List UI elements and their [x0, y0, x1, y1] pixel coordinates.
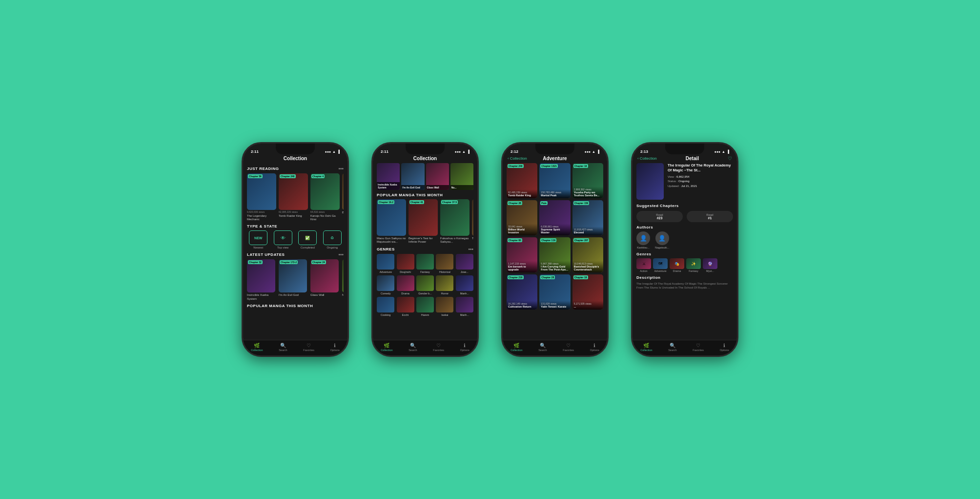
list-item[interactable]: Chapter 16 2,888,392 views Yuusha Party … [572, 163, 603, 198]
genre-chip-action[interactable]: ⚔ Action [636, 258, 651, 272]
nav-options-2[interactable]: ℹ Options [460, 343, 470, 352]
list-item[interactable]: Ecchi [396, 297, 414, 316]
list-item[interactable]: Chapter 19.2 Maou Gun Saikyou no Majutsu… [377, 199, 406, 244]
list-item[interactable]: Chapter 41 Beginner's Test for Infinite … [408, 199, 438, 244]
options-icon-2: ℹ [464, 343, 466, 348]
list-item[interactable]: Historical [436, 254, 453, 273]
back-button-3[interactable]: ‹ Collection [508, 156, 527, 161]
latest-updates-more[interactable]: ••• [338, 252, 344, 257]
latest-updates-scroll[interactable]: Chapter 32 Invincible Xueba System Chapt… [247, 259, 344, 300]
scroll-content-2[interactable]: Invincible Xueba System I'm An Evil God … [373, 163, 477, 340]
list-item[interactable]: Comedy [377, 275, 394, 295]
list-item[interactable]: Th... Ro... [472, 199, 473, 244]
nav-favorites-4[interactable]: ♡ Favorites [693, 343, 704, 352]
list-item[interactable]: Chapter 32 Invincible Xueba System [247, 259, 276, 300]
list-item[interactable]: Invincible Xueba System [377, 163, 400, 190]
list-item[interactable]: Manh... [456, 297, 473, 316]
list-item[interactable]: Chapter 150 11,916,427 views Eleceed [572, 200, 603, 235]
collection-label-1: Collection [251, 349, 263, 352]
adv-title: Em berserk to upgrade [508, 265, 536, 271]
popular-scroll-2[interactable]: Chapter 19.2 Maou Gun Saikyou no Majutsu… [377, 199, 473, 244]
page-header-2: Collection [373, 155, 477, 163]
read-btn-1[interactable]: Read #1 [687, 211, 733, 222]
list-item[interactable]: Chapter 60 1,147,215 views Em berserk to… [507, 237, 537, 272]
back-button-4[interactable]: ‹ Collection [637, 156, 657, 161]
list-item[interactable]: Chapter 28 33,641 views Billion World In… [507, 200, 537, 235]
list-item[interactable]: Adventure [377, 254, 394, 273]
just-reading-more[interactable]: ••• [338, 166, 344, 171]
nav-collection-3[interactable]: 🌿 Collection [510, 343, 522, 352]
newest-btn[interactable]: NEW Newest [247, 230, 270, 249]
list-item[interactable]: Doujinshi [396, 254, 414, 273]
nav-collection-1[interactable]: 🌿 Collection [251, 343, 263, 352]
list-item[interactable]: Fantasy [416, 254, 434, 273]
adv-overlay: 11,916,427 views Eleceed [572, 227, 603, 235]
list-item[interactable]: Chapter 172-2 I'm An Evil God [279, 259, 308, 300]
list-item[interactable]: Chapter 119 5,967,388 views I Am Carryin… [539, 237, 570, 272]
list-item[interactable]: Chapter 218 16,292,145 views Cultivation… [507, 274, 537, 310]
scroll-content-4[interactable]: The Irregular Of The Royal Academy Of Ma… [633, 163, 737, 340]
nav-options-1[interactable]: ℹ Options [330, 343, 340, 352]
nav-search-4[interactable]: 🔍 Search [668, 343, 676, 352]
heart-icon-4[interactable]: ♡ [728, 156, 732, 161]
collection-label-2: Collection [381, 349, 392, 352]
list-item[interactable]: I'm An Evil God [401, 163, 424, 190]
list-item[interactable]: Gender b... [416, 275, 434, 295]
nav-options-3[interactable]: ℹ Options [590, 343, 599, 352]
chapter-badge: Chapter 28 [540, 275, 555, 279]
genres-more-2[interactable]: ••• [468, 247, 473, 252]
read-btn-23[interactable]: Read #23 [636, 211, 683, 222]
list-item[interactable]: Chapter 24 Glass Wall [310, 259, 340, 300]
list-item[interactable]: Na... [450, 163, 473, 190]
list-item[interactable]: Chapter 28 131,628 views Yaiin Tensei: K… [539, 274, 570, 310]
nav-options-4[interactable]: ℹ Options [720, 343, 729, 352]
search-label-2: Search [408, 349, 417, 352]
list-item[interactable]: Chapter 240 62,495,239 views Tomb Raider… [507, 163, 537, 198]
nav-search-1[interactable]: 🔍 Search [279, 343, 287, 352]
scroll-content-3[interactable]: Chapter 240 62,495,239 views Tomb Raider… [503, 163, 607, 340]
nav-collection-2[interactable]: 🌿 Collection [381, 343, 392, 352]
manga-title: Na... Pri... [342, 293, 344, 297]
nav-search-3[interactable]: 🔍 Search [538, 343, 547, 352]
ongoing-btn[interactable]: ♻ Ongoing [321, 230, 344, 249]
list-item[interactable]: Chapter 240 62,995,229 views Tomb Raider… [279, 173, 308, 221]
list-item[interactable]: Drama [396, 275, 414, 295]
list-item[interactable]: Chapter 56 9,820,639 views The Legendary… [247, 173, 276, 221]
topview-btn[interactable]: 👁 Top view [272, 230, 295, 249]
list-item[interactable]: Horror [436, 275, 453, 295]
list-item[interactable]: Cooking [377, 297, 394, 316]
list-item[interactable]: Pain 6,036,961 views Supreme Spirit Mast… [539, 200, 570, 235]
search-icon-3: 🔍 [540, 343, 546, 348]
detail-genres-header: Genres [636, 252, 733, 256]
list-item[interactable]: Chapter 37.5 Fukushuu o Koinegau Saikyou… [440, 199, 470, 244]
list-item[interactable]: Manh... [456, 275, 473, 295]
nav-favorites-3[interactable]: ♡ Favorites [563, 343, 574, 352]
list-item[interactable]: Harem [416, 297, 434, 316]
nav-favorites-1[interactable]: ♡ Favorites [303, 343, 314, 352]
completed-btn[interactable]: ✅ Completed [296, 230, 319, 249]
list-item[interactable]: Chapter 1321 230,783,486 views Martial P… [539, 163, 570, 198]
nav-search-2[interactable]: 🔍 Search [408, 343, 417, 352]
scroll-content-1[interactable]: JUST READING ••• Chapter 56 9,820,639 vi… [243, 163, 347, 340]
just-reading-scroll[interactable]: Chapter 56 9,820,639 views The Legendary… [247, 173, 344, 221]
list-item[interactable]: Chapter 207 10,046,813 views Banished Di… [572, 237, 603, 272]
top-overlay: Na... [450, 185, 473, 190]
genre-chip-adventure[interactable]: 🗺 Adventure [653, 258, 668, 272]
list-item[interactable]: Be... [342, 173, 344, 221]
type-state-row: NEW Newest 👁 Top view ✅ [247, 230, 344, 249]
genre-thumb [397, 275, 414, 291]
list-item[interactable]: Na... Pri... [342, 259, 344, 300]
list-item[interactable]: Isekai [436, 297, 453, 316]
fantasy-label: Fantasy [689, 270, 698, 272]
list-item[interactable]: Glass Wall [426, 163, 449, 190]
list-item[interactable]: Chapter 4 64,816 views Kanojo No Oshi Ga… [310, 173, 340, 221]
list-item[interactable]: Chapter 19 5,171,535 views ... [572, 274, 603, 310]
nav-collection-4[interactable]: 🌿 Collection [640, 343, 652, 352]
genre-chip-mystery[interactable]: 🔮 Myst... [703, 258, 717, 272]
adv-overlay: 16,292,145 views Cultivation Return [507, 301, 537, 310]
list-item[interactable]: Jose... [456, 254, 473, 273]
genre-chip-drama[interactable]: 🎭 Drama [670, 258, 684, 272]
nav-favorites-2[interactable]: ♡ Favorites [433, 343, 444, 352]
genre-chip-fantasy[interactable]: ✨ Fantasy [686, 258, 701, 272]
manga-title: Maou Gun Saikyou no Majutsushi wa... [377, 237, 406, 244]
